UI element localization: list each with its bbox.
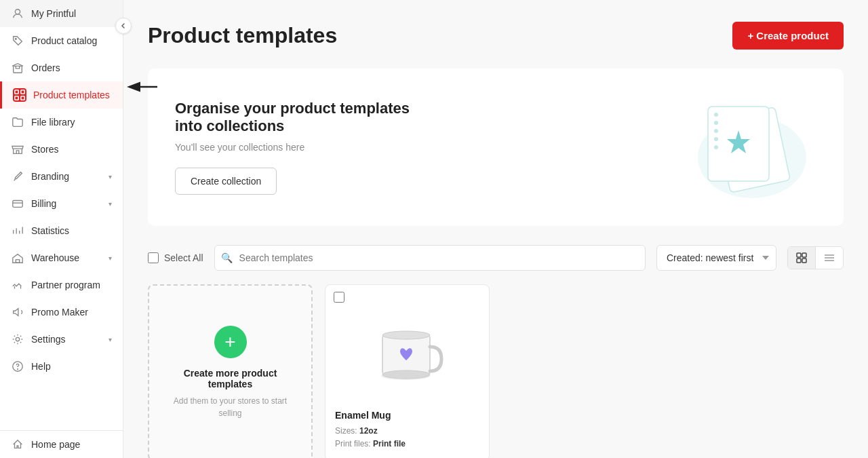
product-meta: Sizes: 12oz Print files: Print file (335, 425, 479, 451)
sidebar-item-label: Statistics (31, 225, 69, 236)
svg-rect-27 (802, 253, 806, 257)
svg-rect-6 (21, 96, 24, 100)
svg-rect-2 (14, 66, 22, 73)
svg-point-9 (16, 337, 19, 341)
svg-rect-4 (21, 90, 24, 94)
svg-point-23 (714, 137, 718, 141)
product-card-checkbox[interactable] (334, 292, 344, 303)
sidebar: My Printful Product catalog Orders Produ… (0, 0, 123, 458)
sidebar-bottom: Home page (0, 430, 123, 458)
home-icon (11, 438, 24, 451)
sidebar-item-help[interactable]: Help (0, 353, 123, 380)
select-all-text: Select All (164, 252, 203, 263)
sidebar-item-label: Branding (31, 171, 69, 182)
chart-icon (11, 224, 24, 237)
svg-rect-26 (797, 253, 801, 257)
sidebar-item-label: Warehouse (31, 252, 79, 263)
view-grid-button[interactable] (788, 247, 815, 269)
product-card-enamel-mug[interactable]: Enamel Mug Sizes: 12oz Print files: Prin… (325, 284, 490, 458)
svg-rect-5 (15, 96, 18, 100)
sidebar-item-settings[interactable]: Settings ▾ (0, 326, 123, 353)
view-toggle (787, 246, 844, 269)
sidebar-item-label: Help (31, 361, 51, 372)
sidebar-item-label: Home page (31, 439, 80, 450)
svg-point-0 (15, 9, 20, 14)
svg-point-24 (714, 145, 718, 149)
store-icon (11, 142, 24, 156)
select-all-checkbox[interactable] (148, 252, 159, 263)
svg-point-33 (382, 370, 430, 379)
main-content: Product templates + Create product Organ… (123, 0, 868, 458)
sidebar-item-promo-maker[interactable]: Promo Maker (0, 299, 123, 326)
sidebar-item-label: Orders (31, 62, 60, 73)
page-title: Product templates (148, 23, 337, 48)
sort-select[interactable]: Created: newest first Created: oldest fi… (656, 245, 776, 271)
sidebar-item-stores[interactable]: Stores (0, 136, 123, 163)
card-info: Enamel Mug Sizes: 12oz Print files: Prin… (326, 404, 489, 458)
svg-point-22 (714, 129, 718, 133)
warehouse-icon (11, 251, 24, 265)
view-list-button[interactable] (815, 247, 843, 269)
collections-banner: Organise your product templates into col… (148, 69, 844, 226)
create-more-description: Add them to your stores to start selling (163, 395, 298, 419)
search-icon: 🔍 (221, 252, 233, 263)
sidebar-toggle-button[interactable] (115, 18, 132, 34)
banner-illustration (681, 93, 816, 202)
sidebar-item-label: Partner program (31, 280, 100, 290)
sidebar-item-label: File library (31, 117, 75, 128)
product-grid: + Create more product templates Add them… (148, 284, 844, 458)
card-icon (11, 197, 24, 210)
chevron-down-icon: ▾ (108, 336, 112, 343)
svg-point-21 (714, 121, 718, 125)
sidebar-item-billing[interactable]: Billing ▾ (0, 190, 123, 217)
banner-content: Organise your product templates into col… (175, 100, 419, 195)
create-product-button[interactable]: + Create product (732, 22, 844, 50)
svg-rect-8 (16, 260, 19, 263)
sidebar-item-label: Stores (31, 144, 58, 155)
gear-icon (11, 332, 24, 346)
banner-description: You'll see your collections here (175, 142, 419, 153)
svg-rect-28 (797, 259, 801, 263)
sidebar-item-my-printful[interactable]: My Printful (0, 0, 123, 27)
sidebar-item-product-catalog[interactable]: Product catalog (0, 27, 123, 54)
select-all-label[interactable]: Select All (148, 252, 203, 263)
create-more-card[interactable]: + Create more product templates Add them… (148, 284, 313, 458)
sidebar-item-home-page[interactable]: Home page (0, 431, 123, 458)
svg-point-11 (18, 369, 18, 370)
svg-point-32 (382, 331, 430, 339)
sidebar-item-label: Settings (31, 334, 66, 345)
svg-point-20 (714, 113, 718, 117)
sidebar-item-file-library[interactable]: File library (0, 109, 123, 136)
page-header: Product templates + Create product (148, 22, 844, 50)
folder-icon (11, 115, 24, 129)
product-name: Enamel Mug (335, 410, 479, 421)
brush-icon (11, 170, 24, 183)
card-image-wrap (326, 303, 489, 404)
megaphone-icon (11, 305, 24, 319)
sidebar-item-label: Billing (31, 198, 56, 209)
sidebar-item-orders[interactable]: Orders (0, 54, 123, 81)
create-collection-button[interactable]: Create collection (175, 168, 277, 195)
search-input[interactable] (214, 245, 646, 271)
tag-icon (11, 34, 24, 47)
chevron-down-icon: ▾ (108, 254, 112, 262)
plus-icon: + (214, 326, 247, 358)
sidebar-item-partner-program[interactable]: Partner program (0, 271, 123, 299)
handshake-icon (11, 278, 24, 292)
sidebar-item-warehouse[interactable]: Warehouse ▾ (0, 244, 123, 271)
search-container: 🔍 (214, 245, 646, 271)
svg-point-1 (15, 38, 16, 39)
question-icon (11, 360, 24, 373)
product-print-files: Print file (373, 439, 406, 449)
chevron-down-icon: ▾ (108, 173, 112, 180)
svg-rect-3 (15, 90, 18, 94)
svg-rect-29 (802, 259, 806, 263)
sidebar-item-branding[interactable]: Branding ▾ (0, 163, 123, 190)
sidebar-item-product-templates[interactable]: Product templates (0, 81, 123, 109)
create-more-title: Create more product templates (163, 368, 298, 389)
sidebar-item-statistics[interactable]: Statistics (0, 217, 123, 244)
sidebar-item-label: My Printful (31, 8, 76, 19)
svg-rect-7 (13, 201, 22, 208)
sidebar-item-label: Product catalog (31, 35, 97, 46)
sidebar-item-label: Promo Maker (31, 307, 88, 318)
